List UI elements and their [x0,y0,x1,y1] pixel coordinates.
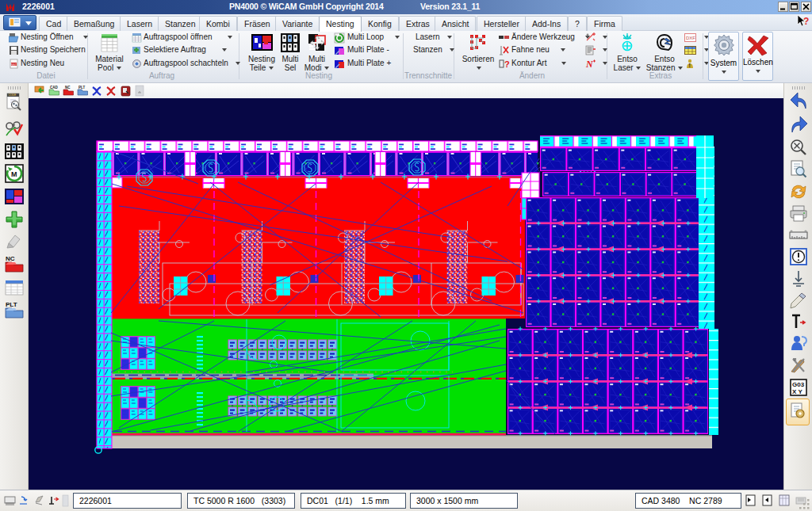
svg-text:PLT: PLT [79,86,85,90]
svg-text:M: M [11,170,17,178]
svg-text:NC: NC [6,255,15,262]
svg-text:G03: G03 [792,381,805,388]
svg-text:NST: NST [11,63,17,67]
svg-text:X Y: X Y [792,388,802,395]
svg-text:NC: NC [65,86,71,90]
svg-text:CAD: CAD [50,86,58,90]
svg-text:DXF: DXF [686,36,695,40]
svg-text:?: ? [803,16,809,27]
svg-text:N: N [585,59,594,69]
svg-text:!: ! [689,63,691,68]
svg-text:CODE: CODE [9,93,17,97]
svg-text:?: ? [504,59,510,69]
svg-text:PLT: PLT [6,301,17,308]
